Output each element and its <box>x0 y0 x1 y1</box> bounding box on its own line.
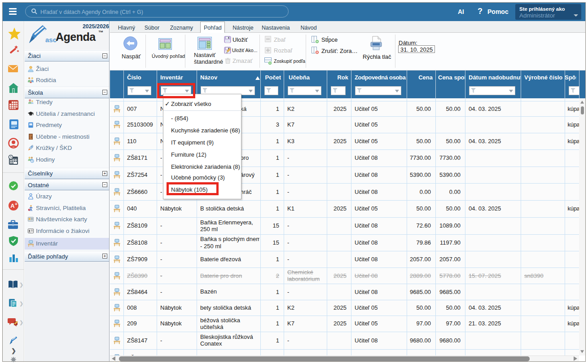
svg-text:+: + <box>15 202 18 206</box>
svg-text:A: A <box>10 202 15 209</box>
